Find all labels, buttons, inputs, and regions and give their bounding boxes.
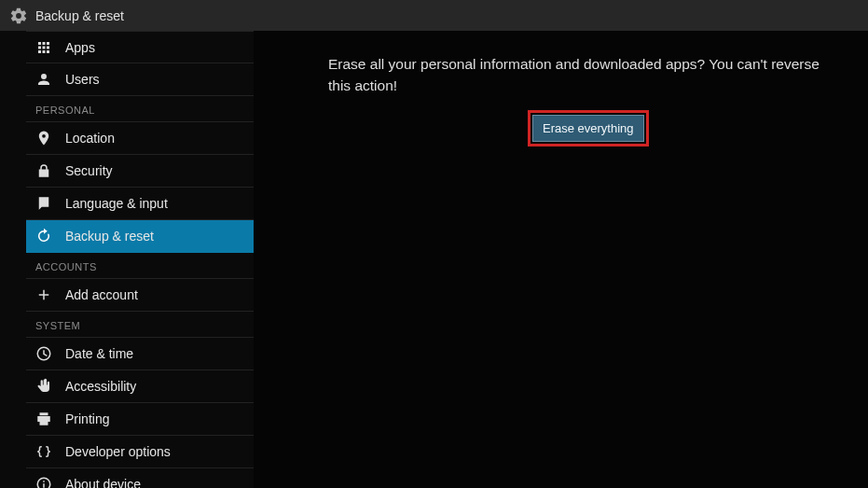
sidebar-section-personal: PERSONAL [26,96,254,122]
app-header: Backup & reset [0,0,868,31]
sidebar-item-label: Security [65,163,113,178]
sidebar-item-label: Apps [65,40,95,55]
sidebar-item-location[interactable]: Location [26,122,254,155]
sidebar-item-users[interactable]: Users [26,63,254,96]
sidebar-item-datetime[interactable]: Date & time [26,338,254,370]
sidebar-item-accessibility[interactable]: Accessibility [26,370,254,403]
sidebar-item-label: Language & input [65,196,168,211]
sidebar-item-label: Date & time [65,346,133,361]
erase-everything-button[interactable]: Erase everything [532,115,644,142]
lock-icon [35,162,52,179]
sidebar-item-developer[interactable]: Developer options [26,436,254,468]
printer-icon [35,411,52,427]
sidebar-item-language[interactable]: Language & input [26,188,254,220]
sidebar-item-label: Location [65,131,115,146]
apps-icon [35,39,52,56]
sidebar-item-label: About device [65,477,141,488]
sidebar-item-about[interactable]: About device [26,468,254,488]
sidebar-item-label: Developer options [65,444,171,459]
users-icon [35,71,52,88]
plus-icon [35,286,52,303]
sidebar-item-label: Add account [65,287,138,302]
sidebar-item-label: Printing [65,411,109,426]
sidebar-item-add-account[interactable]: Add account [26,279,254,312]
info-icon [35,476,52,488]
gear-icon [9,7,28,25]
sidebar-item-security[interactable]: Security [26,155,254,188]
erase-warning-text: Erase all your personal information and … [328,53,831,97]
sidebar-section-accounts: ACCOUNTS [26,253,254,279]
hand-icon [35,378,52,395]
backup-icon [35,228,52,244]
content-pane: Erase all your personal information and … [254,31,868,488]
sidebar-section-system: SYSTEM [26,312,254,338]
braces-icon [35,443,52,460]
language-icon [35,195,52,212]
settings-sidebar: Apps Users PERSONAL Location Security [0,31,254,488]
page-title: Backup & reset [35,8,124,23]
highlight-box: Erase everything [528,110,649,146]
sidebar-item-label: Users [65,72,100,87]
sidebar-item-backup-reset[interactable]: Backup & reset [26,220,254,253]
location-icon [35,130,52,146]
clock-icon [35,345,52,362]
sidebar-item-apps[interactable]: Apps [26,31,254,63]
sidebar-item-label: Backup & reset [65,229,154,244]
sidebar-item-printing[interactable]: Printing [26,403,254,436]
sidebar-item-label: Accessibility [65,379,136,394]
